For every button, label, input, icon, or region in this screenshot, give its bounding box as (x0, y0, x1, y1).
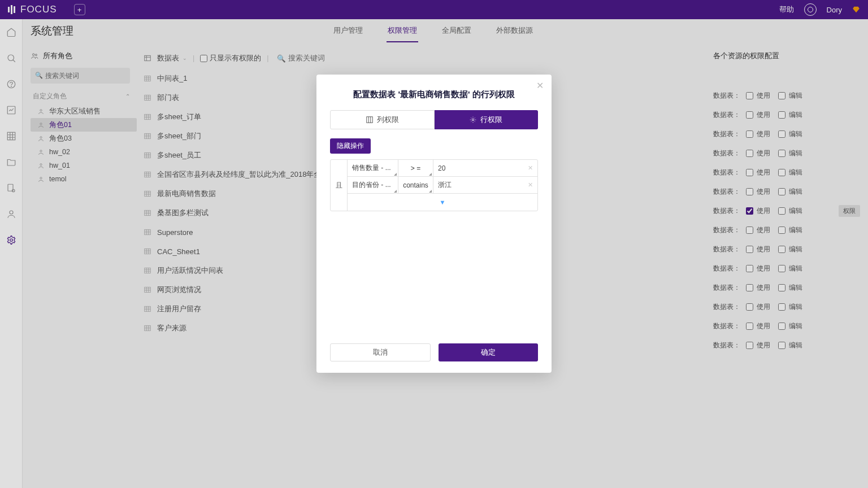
condition-row: 销售数量 - ...> =20✕ (348, 160, 537, 177)
svg-rect-32 (367, 117, 373, 123)
ok-button[interactable]: 确定 (439, 343, 538, 361)
condition-field[interactable]: 目的省份 - ... (348, 177, 398, 193)
condition-op[interactable]: > = (398, 160, 433, 176)
gear-icon (469, 116, 477, 124)
modal-tab-row[interactable]: 行权限 (435, 110, 539, 129)
condition-field[interactable]: 销售数量 - ... (348, 160, 398, 176)
clear-icon[interactable]: ✕ (528, 181, 533, 189)
row-col-permission-modal: ✕ 配置数据表 '最新电商销售数据' 的行列权限 列权限 行权限 隐藏操作 且 … (316, 75, 552, 373)
condition-row: 目的省份 - ...contains浙江✕ (348, 177, 537, 194)
condition-op[interactable]: contains (398, 177, 433, 193)
condition-value[interactable]: 浙江✕ (433, 177, 537, 193)
clear-icon[interactable]: ✕ (528, 164, 533, 172)
cancel-button[interactable]: 取消 (330, 343, 431, 361)
hide-operation-button[interactable]: 隐藏操作 (330, 138, 371, 154)
column-icon (366, 116, 374, 124)
svg-point-33 (472, 119, 475, 121)
modal-title: 配置数据表 '最新电商销售数据' 的行列权限 (330, 89, 538, 100)
close-icon[interactable]: ✕ (536, 80, 544, 91)
add-condition-button[interactable]: ▼ (348, 194, 537, 211)
condition-value[interactable]: 20✕ (433, 160, 537, 176)
modal-overlay: ✕ 配置数据表 '最新电商销售数据' 的行列权限 列权限 行权限 隐藏操作 且 … (0, 0, 868, 488)
modal-tab-column[interactable]: 列权限 (330, 110, 435, 129)
logic-cell[interactable]: 且 (331, 160, 348, 211)
